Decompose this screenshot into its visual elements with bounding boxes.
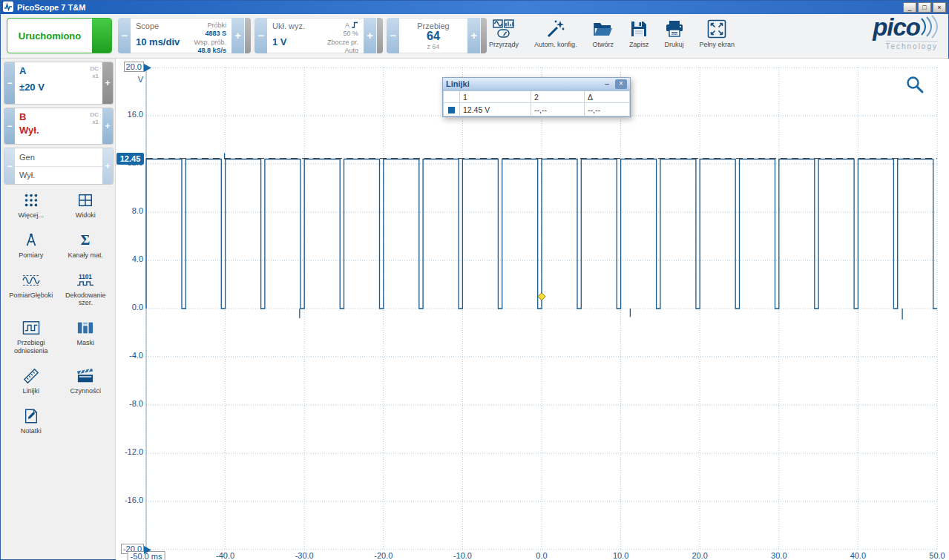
ruler2-value[interactable]: --,-- xyxy=(531,103,585,116)
auto-setup-icon xyxy=(546,19,565,39)
rulers-window: Linijki – × 1 2 Δ 12.45 V --,-- --,-- xyxy=(442,77,631,117)
rising-edge-icon xyxy=(351,22,358,29)
channel-a-panel[interactable]: − A DC x1 ±20 V + xyxy=(4,62,114,105)
open-label: Otwórz xyxy=(593,41,614,48)
channel-a-coupling: DC xyxy=(90,65,99,73)
sidebar-item-serial-decoding[interactable]: 1101 Dekodowanie szer. xyxy=(59,271,112,308)
ruler-value-tag[interactable]: 12.45 xyxy=(116,153,144,165)
minimize-button[interactable]: _ xyxy=(903,2,916,13)
ruler1-value[interactable]: 12.45 V xyxy=(460,103,531,116)
restore-button[interactable]: □ xyxy=(918,2,931,13)
sidebar-item-deep-measure[interactable]: PomiarGłęboki xyxy=(4,271,58,308)
auto-setup-label: Autom. konfig. xyxy=(534,41,577,48)
toolbar-actions: Przyrządy Autom. konfig. xyxy=(487,17,737,50)
channel-a-range-increase-button[interactable]: + xyxy=(102,62,113,104)
rulers-close-button[interactable]: × xyxy=(615,79,627,89)
axis-marker-bottom-icon[interactable] xyxy=(143,545,152,556)
picoscope-app-window: PicoScope 7 T&M _ □ × Uruchomiono − Scop… xyxy=(0,0,949,560)
scope-view[interactable]: 20.016.012.08.04.00.0-4.0-8.0-12.0-16.0-… xyxy=(116,59,949,560)
x-tick-label: 30.0 xyxy=(771,551,787,560)
x-tick-label: 20.0 xyxy=(692,551,707,560)
timebase-decrease-button[interactable]: − xyxy=(118,18,131,53)
waveform-current[interactable]: 64 xyxy=(427,30,440,43)
rulers-minimize-button[interactable]: – xyxy=(601,79,613,89)
channel-b-range-decrease-button[interactable]: − xyxy=(4,108,15,144)
main-toolbar: Uruchomiono − Scope 10 ms/div Próbki 488… xyxy=(1,14,948,59)
trigger-level-value[interactable]: 1 V xyxy=(272,36,305,47)
sample-rate-label: Wsp. prób. xyxy=(194,39,226,47)
waveform-nav-content[interactable]: Przebieg 64 z 64 xyxy=(399,18,467,53)
brand-tagline: Technology xyxy=(885,41,938,50)
scope-panel-handle[interactable] xyxy=(245,18,251,53)
sidebar-item-reference-waveforms[interactable]: Przebiegi odniesienia xyxy=(4,318,58,355)
print-label: Drukuj xyxy=(665,41,684,48)
waveform-total: z 64 xyxy=(427,43,439,50)
channel-a-trace xyxy=(146,159,937,309)
y-tick-label: 0.0 xyxy=(116,303,143,312)
y-tick-label: 4.0 xyxy=(116,254,143,263)
scope-settings-panel: − Scope 10 ms/div Próbki 4883 S Wsp. pró… xyxy=(118,18,251,53)
sidebar-item-notes[interactable]: Notatki xyxy=(4,406,58,435)
sidebar-tools: Więcej... Widoki Pomiary xyxy=(1,191,116,435)
fullscreen-button[interactable]: Pełny ekran xyxy=(697,17,738,50)
auto-setup-button[interactable]: Autom. konfig. xyxy=(532,17,579,50)
x-tick-label: -20.0 xyxy=(374,551,393,560)
generator-decrease-button[interactable]: − xyxy=(4,148,15,184)
scope-settings-content[interactable]: Scope 10 ms/div Próbki 4883 S Wsp. prób.… xyxy=(131,18,231,53)
generator-name: Gen xyxy=(15,148,102,167)
x-tick-label: -10.0 xyxy=(453,551,472,560)
channel-b-coupling: DC xyxy=(90,111,99,119)
waveform-nav-panel: − Przebieg 64 z 64 + xyxy=(387,18,487,53)
sidebar-item-actions[interactable]: Czynności xyxy=(59,366,112,395)
run-stop-button[interactable]: Uruchomiono xyxy=(7,18,112,53)
sidebar: − A DC x1 ±20 V + − B DC x1 Wył. + xyxy=(1,59,116,559)
trigger-marker[interactable] xyxy=(538,293,545,300)
channel-b-settings[interactable]: B DC x1 Wył. xyxy=(15,108,102,144)
sidebar-item-math-channels[interactable]: Σ Kanały mat. xyxy=(59,231,112,260)
sidebar-item-measurements[interactable]: Pomiary xyxy=(4,231,58,260)
x-tick-label: -30.0 xyxy=(295,551,314,560)
save-button[interactable]: Zapisz xyxy=(627,17,651,50)
instruments-button[interactable]: Przyrządy xyxy=(487,17,521,50)
waveform-previous-button[interactable]: − xyxy=(387,18,399,53)
channel-a-range-decrease-button[interactable]: − xyxy=(4,62,15,104)
close-button[interactable]: × xyxy=(933,2,946,13)
open-folder-icon xyxy=(593,19,614,39)
y-tick-label[interactable]: 20.0 xyxy=(124,62,144,72)
pico-logo: pico Technology xyxy=(873,15,938,50)
samples-value: 4883 S xyxy=(194,30,226,38)
trigger-panel-handle[interactable] xyxy=(377,18,383,53)
window-title: PicoScope 7 T&M xyxy=(17,3,902,12)
generator-panel[interactable]: − Gen Wył. + xyxy=(4,148,114,185)
brand-name: pico xyxy=(873,15,920,39)
waveform-next-button[interactable]: + xyxy=(467,18,480,53)
rulers-window-titlebar[interactable]: Linijki – × xyxy=(443,78,630,90)
print-button[interactable]: Drukuj xyxy=(663,17,686,50)
channel-b-range-increase-button[interactable]: + xyxy=(102,108,113,144)
sidebar-item-views[interactable]: Widoki xyxy=(59,191,112,220)
serial-decoding-icon: 1101 xyxy=(76,271,95,290)
channel-b-panel[interactable]: − B DC x1 Wył. + xyxy=(4,108,114,145)
waveform-plot[interactable] xyxy=(116,59,949,560)
svg-text:Σ: Σ xyxy=(81,232,91,248)
timebase-increase-button[interactable]: + xyxy=(231,18,244,53)
sidebar-item-masks[interactable]: Maski xyxy=(59,318,112,355)
timebase-value[interactable]: 10 ms/div xyxy=(136,36,180,47)
channel-a-settings[interactable]: A DC x1 ±20 V xyxy=(15,62,102,104)
waveform-panel-handle[interactable] xyxy=(481,18,487,53)
trigger-panel-title: Ukł. wyz. xyxy=(272,22,305,30)
generator-settings[interactable]: Gen Wył. xyxy=(15,148,102,184)
generator-increase-button[interactable]: + xyxy=(102,148,113,184)
trigger-level-increase-button[interactable]: + xyxy=(364,18,376,53)
trigger-settings-content[interactable]: Ukł. wyz. 1 V A 50 % Zbocze pr. Auto xyxy=(267,18,364,53)
zoom-overview-icon[interactable] xyxy=(905,75,925,96)
x-tick-label: 10.0 xyxy=(613,551,628,560)
trigger-level-decrease-button[interactable]: − xyxy=(255,18,267,53)
axis-marker-top-icon[interactable] xyxy=(143,63,152,74)
run-indicator xyxy=(92,19,111,53)
sidebar-item-more[interactable]: Więcej... xyxy=(4,191,58,220)
rulers-col-1: 1 xyxy=(460,91,531,103)
open-button[interactable]: Otwórz xyxy=(591,17,617,50)
reference-waveform-icon xyxy=(22,318,41,337)
sidebar-item-rulers[interactable]: Linijki xyxy=(4,366,58,395)
